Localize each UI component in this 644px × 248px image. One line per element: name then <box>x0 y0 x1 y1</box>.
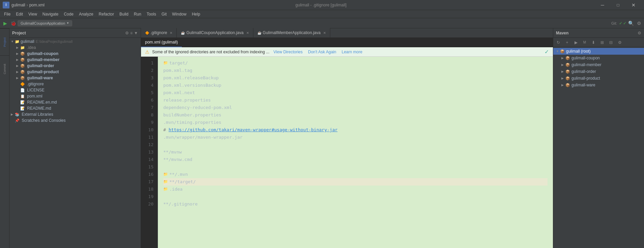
tree-item-scratches[interactable]: ▶ 📌 Scratches and Consoles <box>9 117 141 123</box>
menu-item-tools[interactable]: Tools <box>144 11 159 17</box>
maven-item-order[interactable]: ▶ 📦 gulimall-order <box>553 68 644 75</box>
project-vert-tab[interactable]: Project <box>0 28 9 55</box>
project-settings-icon[interactable]: ⚙ <box>125 31 129 35</box>
code-line-8: buildNumber.properties <box>163 111 548 119</box>
tree-item-readme-en[interactable]: ▶ 📝 README.en.md <box>9 99 141 105</box>
code-line-11: .mvn/wrapper/maven-wrapper.jar <box>163 134 548 141</box>
maven-collapse-button[interactable]: ⊟ <box>607 39 615 46</box>
code-line-15 <box>163 163 548 171</box>
debug-button[interactable]: 🐞 <box>9 20 17 27</box>
menu-item-window[interactable]: Window <box>169 11 189 17</box>
menu-item-file[interactable]: File <box>1 11 13 17</box>
view-directories-link[interactable]: View Directories <box>274 50 303 54</box>
commit-vert-tab[interactable]: Commit <box>0 55 9 82</box>
line-num-15: 15 <box>141 163 153 171</box>
code-text-11: .mvn/wrapper/maven-wrapper.jar <box>163 134 243 141</box>
main-layout: Project Commit Project ⚙ ≡ ▼ ▼ 📁 gulimal… <box>0 28 644 248</box>
tree-label-ware: gulimall-ware <box>26 76 53 80</box>
code-line-10: # https://github.com/takari/maven-wrappe… <box>163 126 548 134</box>
tab-gitignore[interactable]: 🔶 .gitignore ✕ <box>141 28 177 37</box>
tree-item-idea[interactable]: ▶ 📁 .idea <box>9 45 141 51</box>
tab-member-app[interactable]: ☕ GulimallMemberApplication.java ✕ <box>253 28 330 37</box>
menu-item-refactor[interactable]: Refactor <box>96 11 117 17</box>
maven-run-button[interactable]: ▶ <box>572 39 580 46</box>
tree-label-readme: README.md <box>26 106 51 111</box>
tab-close-member[interactable]: ✕ <box>323 31 326 35</box>
menu-bar: FileEditViewNavigateCodeAnalyzeRefactorB… <box>0 10 644 18</box>
maven-item-ware[interactable]: ▶ 📦 gulimall-ware <box>553 82 644 88</box>
tree-item-member[interactable]: ▶ 📦 gulimall-member <box>9 57 141 63</box>
tree-item-ware[interactable]: ▶ 📦 gulimall-ware <box>9 75 141 81</box>
maven-item-member[interactable]: ▶ 📦 gulimall-member <box>553 61 644 68</box>
maven-download-button[interactable]: ⬇ <box>590 39 597 46</box>
menu-item-help[interactable]: Help <box>189 11 203 17</box>
tree-item-gitignore[interactable]: ▶ 🔶 .gitignore <box>9 81 141 87</box>
menu-item-run[interactable]: Run <box>131 11 144 17</box>
search-everywhere-button[interactable]: 🔍 <box>627 20 635 27</box>
sub-tab-pom[interactable]: pom.xml (gulimall) <box>141 38 182 47</box>
maven-expand-button[interactable]: ⊞ <box>598 39 606 46</box>
maven-item-coupon[interactable]: ▶ 📦 gulimall-coupon <box>553 55 644 61</box>
tab-label-gitignore: .gitignore <box>150 30 167 35</box>
menu-item-edit[interactable]: Edit <box>13 11 26 17</box>
code-content[interactable]: 📁 target/ pom.xml.tag pom.xml.releaseBac… <box>158 57 553 248</box>
maven-refresh-button[interactable]: ↻ <box>555 39 562 46</box>
tree-item-external[interactable]: ▶ 📚 External Libraries <box>9 111 141 117</box>
maximize-button[interactable]: □ <box>610 0 626 10</box>
run-config-selector[interactable]: GulimallCouponApplication ▼ <box>18 20 72 26</box>
maven-item-root[interactable]: ▼ 📦 gulimall (root) <box>553 48 644 55</box>
dont-ask-link[interactable]: Don't Ask Again <box>308 50 336 54</box>
menu-item-build[interactable]: Build <box>117 11 131 17</box>
maven-arrow-order: ▶ <box>561 70 565 73</box>
menu-item-analyze[interactable]: Analyze <box>76 11 96 17</box>
tree-item-coupon[interactable]: ▶ 📦 gulimall-coupon <box>9 51 141 57</box>
maven-add-button[interactable]: + <box>563 39 571 46</box>
tree-arrow-member: ▶ <box>16 58 20 61</box>
tree-item-product[interactable]: ▶ 📦 gulimall-product <box>9 69 141 75</box>
code-text-16: **/.mvn <box>169 171 188 178</box>
code-text-7: dependency-reduced-pom.xml <box>163 104 232 111</box>
menu-item-git[interactable]: Git <box>159 11 169 17</box>
close-button[interactable]: ✕ <box>626 0 641 10</box>
tree-item-order[interactable]: ▶ 📦 gulimall-order <box>9 63 141 69</box>
minimize-button[interactable]: ─ <box>595 0 610 10</box>
tab-close-coupon[interactable]: ✕ <box>246 31 249 35</box>
maven-settings-icon[interactable]: ⚙ <box>638 31 641 35</box>
run-button[interactable]: ▶ <box>1 20 9 27</box>
code-text-4: pom.xml.versionsBackup <box>163 82 221 89</box>
maven-settings2-button[interactable]: ⚙ <box>616 39 623 46</box>
maven-item-product[interactable]: ▶ 📦 gulimall-product <box>553 75 644 82</box>
code-line-20: **/.gitignore <box>163 200 548 208</box>
project-panel-header: Project ⚙ ≡ ▼ <box>9 28 141 38</box>
tree-item-readme[interactable]: ▶ 📝 README.md <box>9 105 141 111</box>
code-line-2: pom.xml.tag <box>163 67 548 74</box>
tree-item-license[interactable]: ▶ 📄 LICENSE <box>9 87 141 93</box>
tab-close-gitignore[interactable]: ✕ <box>170 31 172 35</box>
title-text: gulimall - .gitignore [gulimall] <box>47 3 595 7</box>
folder-icon-root: 📁 <box>15 39 20 44</box>
maven-label-product: gulimall-product <box>571 76 600 81</box>
maven-skip-tests-button[interactable]: M <box>581 39 588 46</box>
tree-item-pom[interactable]: ▶ 📋 pom.xml <box>9 93 141 99</box>
project-filter-icon[interactable]: ▼ <box>134 31 138 35</box>
maven-label-order: gulimall-order <box>571 69 596 74</box>
settings-button[interactable]: ⚙ <box>635 20 643 27</box>
menu-item-navigate[interactable]: Navigate <box>40 11 61 17</box>
tab-coupon-app[interactable]: ☕ GulimallCouponApplication.java ✕ <box>177 28 253 37</box>
file-name-label: pom.xml <box>29 3 45 7</box>
tree-label-coupon: gulimall-coupon <box>26 51 58 56</box>
code-link-10[interactable]: https://github.com/takari/maven-wrapper#… <box>169 126 338 134</box>
learn-more-link[interactable]: Learn more <box>342 50 362 54</box>
menu-item-view[interactable]: View <box>26 11 40 17</box>
tree-arrow-coupon: ▶ <box>16 52 20 55</box>
line-num-11: 11 <box>141 134 153 141</box>
tree-root-gulimall[interactable]: ▼ 📁 gulimall E:\IdeaProject\gulimall <box>9 38 141 45</box>
notification-text: Some of the ignored directories are not … <box>152 50 270 54</box>
maven-module-icon-member: 📦 <box>565 63 570 67</box>
tree-label-scratches: Scratches and Consoles <box>21 118 65 123</box>
project-sort-icon[interactable]: ≡ <box>130 31 133 35</box>
code-text-12 <box>163 141 166 148</box>
maven-module-icon-product: 📦 <box>565 76 570 81</box>
menu-item-code[interactable]: Code <box>61 11 76 17</box>
code-text-19 <box>163 193 166 200</box>
